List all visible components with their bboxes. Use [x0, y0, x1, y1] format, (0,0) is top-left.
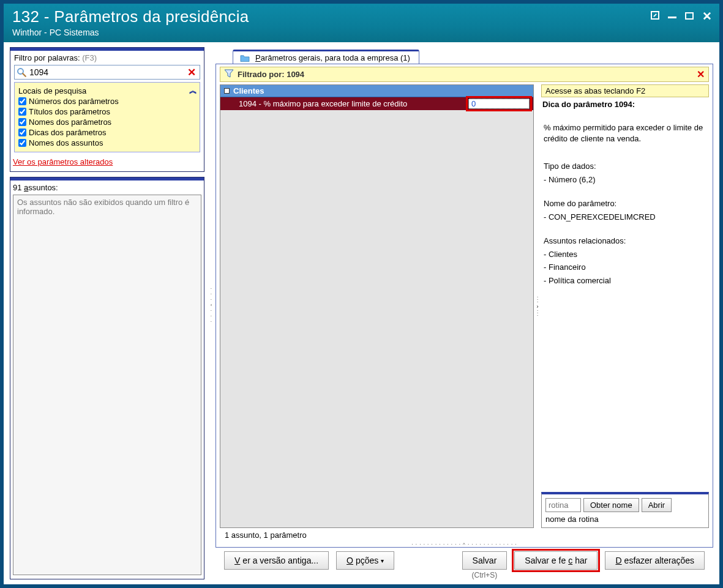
restore-icon[interactable]: [651, 10, 659, 23]
assuntos-panel: 91 assuntos: Os assuntos não são exibido…: [10, 177, 204, 579]
minimize-button[interactable]: [668, 10, 676, 23]
main-inner: Filtrado por: 1094 ✕ − Clientes 1094 - %…: [215, 64, 713, 548]
param-label: 1094 - % máximo para exceder limite de c…: [239, 99, 465, 108]
collapse-group-icon[interactable]: −: [224, 88, 230, 94]
tipo-value: - Número (6,2): [541, 174, 709, 185]
changed-params-link[interactable]: Ver os parâmetros alterados: [10, 155, 118, 171]
places-header: Locais de pesquisa: [18, 86, 86, 95]
collapse-icon[interactable]: ︽: [189, 85, 196, 96]
save-close-button[interactable]: Salvar e fechar: [514, 551, 598, 570]
rotina-input[interactable]: [545, 498, 581, 512]
bottom-splitter[interactable]: · · · · · · · · · · · · · ^ · · · · · · …: [216, 541, 713, 547]
tree-right-splitter[interactable]: ··· › ···: [534, 84, 541, 528]
titlebar: 132 - Parâmetros da presidência Winthor …: [4, 4, 719, 42]
tab-parametros-gerais[interactable]: Parâmetros gerais, para toda a empresa (…: [233, 50, 419, 64]
group-header[interactable]: − Clientes: [220, 85, 533, 97]
filter-panel: Filtro por palavras: (F3) ✕ Locais de pe…: [10, 47, 204, 172]
assuntos-body: Os assuntos não são exibidos quando um f…: [13, 195, 201, 575]
bottom-bar: Ver a versão antiga... Opções ▾ Salvar (…: [215, 548, 713, 579]
rel-2: - Financeiro: [541, 262, 709, 273]
filter-bar: Filtrado por: 1094 ✕: [220, 67, 709, 82]
main-column: Parâmetros gerais, para toda a empresa (…: [215, 47, 713, 579]
abrir-button[interactable]: Abrir: [642, 498, 672, 512]
nome-rotina-label: nome da rotina: [545, 515, 705, 524]
filter-label: Filtro por palavras: (F3): [10, 51, 204, 64]
left-column: Filtro por palavras: (F3) ✕ Locais de pe…: [10, 47, 204, 579]
tip-bar: Acesse as abas teclando F2: [541, 84, 709, 97]
window-subtitle: Winthor - PC Sistemas: [12, 28, 651, 37]
clear-filter-icon[interactable]: ✕: [697, 69, 705, 80]
search-input[interactable]: [28, 66, 184, 78]
rel-label: Assuntos relacionados:: [541, 236, 709, 247]
chk-nomes[interactable]: Nomes dos parâmetros: [18, 117, 196, 127]
nome-value: - CON_PEREXCEDELIMCRED: [541, 212, 709, 223]
svg-line-1: [23, 73, 26, 76]
chk-titulos[interactable]: Títulos dos parâmetros: [18, 106, 196, 117]
left-splitter[interactable]: ···‹···: [208, 287, 214, 324]
assuntos-count: 91 assuntos:: [10, 180, 204, 193]
tipo-label: Tipo de dados:: [541, 161, 709, 172]
right-info-column: Acesse as abas teclando F2 Dica do parâm…: [541, 84, 709, 528]
old-version-button[interactable]: Ver a versão antiga...: [224, 551, 329, 570]
filter-bar-text: Filtrado por: 1094: [238, 70, 693, 79]
tab-row: Parâmetros gerais, para toda a empresa (…: [215, 47, 713, 64]
search-places-box: Locais de pesquisa ︽ Números dos parâmet…: [14, 82, 200, 152]
split-row: − Clientes 1094 - % máximo para exceder …: [220, 84, 709, 528]
close-button[interactable]: ✕: [702, 12, 712, 21]
param-description: % máximo permitido para exceder o limite…: [541, 122, 709, 144]
rotina-box: Obter nome Abrir nome da rotina: [541, 492, 709, 528]
client-area: Filtro por palavras: (F3) ✕ Locais de pe…: [4, 42, 719, 584]
maximize-button[interactable]: [685, 10, 694, 23]
undo-button[interactable]: Desfazer alterações: [605, 551, 705, 570]
folder-icon: [239, 54, 250, 62]
options-button[interactable]: Opções ▾: [336, 551, 394, 570]
param-row[interactable]: 1094 - % máximo para exceder limite de c…: [220, 97, 533, 110]
search-row: ✕: [14, 65, 200, 80]
window-title: 132 - Parâmetros da presidência: [12, 7, 651, 26]
param-value-input[interactable]: 0: [468, 99, 530, 109]
status-count: 1 assunto, 1 parâmetro: [220, 528, 713, 541]
clear-search-icon[interactable]: ✕: [184, 66, 200, 79]
chk-numeros[interactable]: Números dos parâmetros: [18, 96, 196, 106]
funnel-icon: [224, 69, 234, 80]
nome-label: Nome do parâmetro:: [541, 198, 709, 209]
chk-dicas[interactable]: Dicas dos parâmetros: [18, 127, 196, 138]
app-window: 132 - Parâmetros da presidência Winthor …: [3, 3, 720, 585]
save-shortcut: (Ctrl+S): [472, 571, 498, 579]
rel-3: - Política comercial: [541, 275, 709, 286]
rel-1: - Clientes: [541, 249, 709, 260]
param-tree: − Clientes 1094 - % máximo para exceder …: [220, 84, 534, 528]
param-info-title: Dica do parâmetro 1094:: [541, 100, 709, 109]
chk-assuntos[interactable]: Nomes dos assuntos: [18, 138, 196, 148]
search-icon: [15, 65, 28, 79]
obter-nome-button[interactable]: Obter nome: [583, 498, 639, 512]
save-button[interactable]: Salvar: [462, 551, 508, 570]
